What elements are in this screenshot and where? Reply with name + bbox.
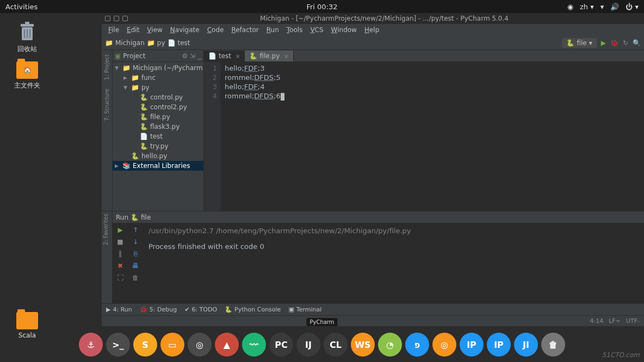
collapse-icon[interactable]: ⇲ <box>190 52 195 60</box>
pause-button[interactable]: ‖ <box>116 249 125 258</box>
tree-node[interactable]: ▼📁py <box>113 83 203 92</box>
run-button[interactable]: ▶ <box>601 39 606 47</box>
bottom-tab[interactable]: ▶4: Run <box>106 306 132 313</box>
accessibility-icon[interactable]: ◉ <box>567 3 573 11</box>
menu-tools[interactable]: Tools <box>283 25 306 35</box>
menu-code[interactable]: Code <box>204 25 227 35</box>
code-area[interactable]: hello;FDF;3rommel;DFDS;5hello;FDF;4romme… <box>220 62 644 211</box>
dock-item[interactable]: ◎ <box>188 333 212 357</box>
print-icon[interactable]: 🖶 <box>131 261 140 270</box>
structure-tool-tab[interactable]: 7: Structure <box>103 84 111 125</box>
rerun-button[interactable]: ▶ <box>116 226 125 234</box>
line-sep[interactable]: LF÷ <box>609 317 621 324</box>
caret-pos[interactable]: 4:14 <box>590 317 604 324</box>
desktop-trash[interactable]: 回收站 <box>0 21 54 54</box>
dock: ⚓>_S▭◎▲〰PCIJCLWS◔פ◎IPIPJI🗑 <box>0 327 644 362</box>
desktop-home[interactable]: 🏠 主文件夹 <box>0 61 54 90</box>
search-icon[interactable]: 🔍 <box>633 39 641 47</box>
menu-run[interactable]: Run <box>263 25 282 35</box>
tree-node[interactable]: ▼📁Michigan (~/Pycharm <box>113 63 203 73</box>
dock-item[interactable]: פ <box>405 333 429 357</box>
clear-icon[interactable]: 🗑 <box>131 273 140 282</box>
tree-node[interactable]: ▶📚External Libraries <box>113 161 203 171</box>
dock-item[interactable]: ◔ <box>378 333 402 357</box>
window-close-icon[interactable] <box>105 16 110 21</box>
tree-node[interactable]: 🐍control.py <box>113 92 203 102</box>
desktop: 回收站 🏠 主文件夹 Scala <box>0 13 54 347</box>
run-tool-window: 2: Favorites Run 🐍 file ▶ ■ ‖ ✖ ⛶ ↑ ↓ <box>102 211 644 303</box>
close-tab-icon[interactable]: × <box>284 53 288 59</box>
dock-item[interactable]: IJ <box>296 333 320 357</box>
dock-item[interactable]: ▭ <box>160 333 184 357</box>
dock-item[interactable]: ⚓ <box>79 333 103 357</box>
project-tree[interactable]: ▼📁Michigan (~/Pycharm▶📁func▼📁py🐍control.… <box>113 62 203 211</box>
wifi-icon[interactable]: ▾ <box>600 3 604 11</box>
down-icon[interactable]: ↓ <box>131 238 140 246</box>
tree-node[interactable]: 📄test <box>113 132 203 141</box>
project-panel-title: Project <box>123 52 145 60</box>
dock-item[interactable]: 🗑 <box>541 333 565 357</box>
editor[interactable]: 1234 hello;FDF;3rommel;DFDS;5hello;FDF;4… <box>204 62 644 211</box>
editor-tab[interactable]: 📄test× <box>204 51 245 61</box>
menu-window[interactable]: Window <box>328 25 360 35</box>
titlebar[interactable]: Michigan - [~/PycharmProjects/new/2/Mich… <box>102 13 644 24</box>
menu-navigate[interactable]: Navigate <box>167 25 203 35</box>
gear-icon[interactable]: ⚙ <box>182 52 188 60</box>
dock-item[interactable]: IP <box>460 333 484 357</box>
dock-item[interactable]: >_ <box>106 333 130 357</box>
layout-button[interactable]: ⛶ <box>116 273 125 282</box>
bottom-tab[interactable]: ✔6: TODO <box>184 306 217 313</box>
dock-item[interactable]: S <box>133 333 157 357</box>
window-min-icon[interactable] <box>114 16 119 21</box>
run-config-selector[interactable]: 🐍 file ▾ <box>562 38 596 48</box>
dock-item[interactable]: ◎ <box>432 333 456 357</box>
volume-icon[interactable]: 🔊 <box>610 3 619 11</box>
window-max-icon[interactable] <box>122 16 128 21</box>
menu-edit[interactable]: Edit <box>123 25 143 35</box>
dock-item[interactable]: JI <box>514 333 538 357</box>
close-button[interactable]: ✖ <box>116 261 125 270</box>
bottom-tab[interactable]: 🐍Python Console <box>225 306 281 313</box>
menu-view[interactable]: View <box>144 25 165 35</box>
tree-node[interactable]: ▶📁func <box>113 73 203 83</box>
power-icon[interactable]: ⏻ ▾ <box>626 3 639 11</box>
favorites-tool-tab[interactable]: 2: Favorites <box>102 211 110 247</box>
breadcrumb-item[interactable]: 📁 Michigan <box>105 39 145 47</box>
debug-button[interactable]: 🐞 <box>610 39 618 47</box>
stop-button[interactable]: ■ <box>116 238 125 246</box>
activities-button[interactable]: Activities <box>5 3 38 11</box>
project-tool-tab[interactable]: 1: Project <box>103 50 111 84</box>
hide-icon[interactable]: ⎯ <box>197 52 201 60</box>
up-icon[interactable]: ↑ <box>131 226 140 234</box>
dock-item[interactable]: 〰 <box>242 333 266 357</box>
dock-item[interactable]: PC <box>269 333 293 357</box>
tree-node[interactable]: 🐍hello.py <box>113 151 203 161</box>
menu-refactor[interactable]: Refactor <box>228 25 262 35</box>
breadcrumb-item[interactable]: 📁 py <box>147 39 165 47</box>
tree-node[interactable]: 🐍file.py <box>113 112 203 122</box>
close-tab-icon[interactable]: × <box>236 53 240 59</box>
console-output[interactable]: /usr/bin/python2.7 /home/teng/PycharmPro… <box>143 223 644 303</box>
tree-node[interactable]: 🐍control2.py <box>113 102 203 112</box>
dock-item[interactable]: CL <box>324 333 348 357</box>
tree-node[interactable]: 🐍try.py <box>113 141 203 151</box>
wrap-icon[interactable]: ⎘ <box>131 249 140 258</box>
breadcrumb-item[interactable]: 📄 test <box>168 39 190 47</box>
rerun-button[interactable]: ↻ <box>623 39 628 47</box>
editor-tab[interactable]: 🐍file.py× <box>245 51 293 61</box>
menu-file[interactable]: File <box>105 25 122 35</box>
menu-help[interactable]: Help <box>361 25 382 35</box>
dock-item[interactable]: WS <box>351 333 375 357</box>
dock-item[interactable]: ▲ <box>215 333 239 357</box>
encoding[interactable]: UTF- <box>626 317 640 324</box>
input-lang[interactable]: zh ▾ <box>580 3 594 11</box>
dock-item[interactable]: IP <box>487 333 511 357</box>
bottom-tab[interactable]: 🐞5: Debug <box>140 306 177 313</box>
bottom-tab[interactable]: ▣Terminal <box>288 306 321 313</box>
tree-node[interactable]: 🐍flask3.py <box>113 122 203 132</box>
menu-vcs[interactable]: VCS <box>307 25 326 35</box>
desktop-home-label: 主文件夹 <box>14 81 40 90</box>
watermark: 51CTO.com <box>602 351 640 359</box>
svg-rect-1 <box>21 24 34 27</box>
clock[interactable]: Fri 00:32 <box>306 3 337 11</box>
